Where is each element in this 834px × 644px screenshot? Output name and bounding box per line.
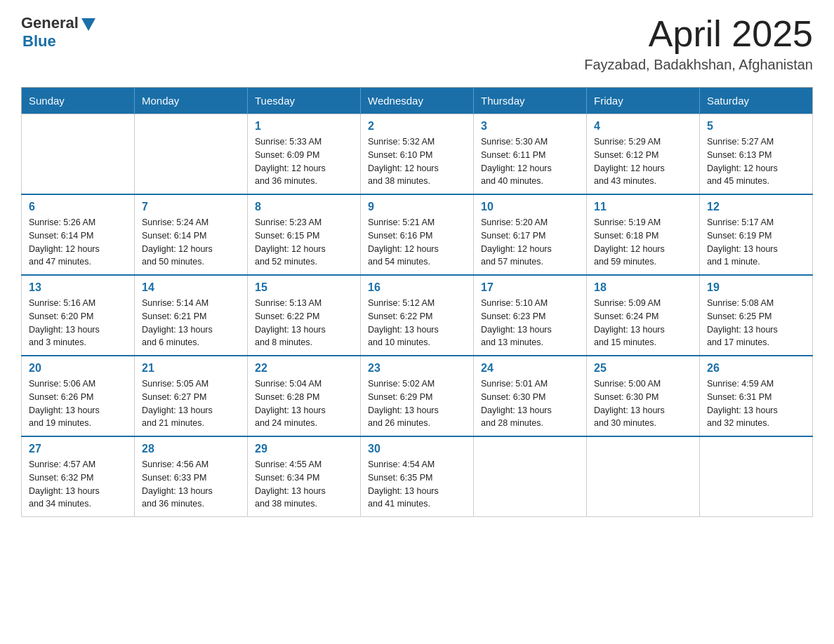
day-info: Sunrise: 4:55 AMSunset: 6:34 PMDaylight:… [255,458,353,511]
calendar-week-row: 6Sunrise: 5:26 AMSunset: 6:14 PMDaylight… [22,194,813,275]
day-info: Sunrise: 5:12 AMSunset: 6:22 PMDaylight:… [368,297,466,349]
logo-general-text: General [21,14,79,32]
calendar-cell: 27Sunrise: 4:57 AMSunset: 6:32 PMDayligh… [22,436,135,517]
calendar-cell: 22Sunrise: 5:04 AMSunset: 6:28 PMDayligh… [248,356,361,436]
calendar-cell: 17Sunrise: 5:10 AMSunset: 6:23 PMDayligh… [474,275,587,356]
logo-blue-text: Blue [22,32,56,51]
day-number: 12 [707,201,805,213]
calendar-cell [22,114,135,195]
day-number: 18 [594,281,692,294]
day-number: 5 [707,120,805,133]
calendar-header-friday: Friday [587,88,700,114]
calendar-cell: 29Sunrise: 4:55 AMSunset: 6:34 PMDayligh… [248,436,361,517]
calendar-header-wednesday: Wednesday [361,88,474,114]
day-number: 27 [29,443,127,455]
calendar-header-row: SundayMondayTuesdayWednesdayThursdayFrid… [22,88,813,114]
day-info: Sunrise: 5:08 AMSunset: 6:25 PMDaylight:… [707,297,805,349]
location-title: Fayzabad, Badakhshan, Afghanistan [584,57,813,73]
calendar-week-row: 13Sunrise: 5:16 AMSunset: 6:20 PMDayligh… [22,275,813,356]
day-number: 13 [29,281,127,294]
calendar-cell: 2Sunrise: 5:32 AMSunset: 6:10 PMDaylight… [361,114,474,195]
day-number: 8 [255,201,353,213]
calendar-cell: 10Sunrise: 5:20 AMSunset: 6:17 PMDayligh… [474,194,587,275]
day-info: Sunrise: 5:26 AMSunset: 6:14 PMDaylight:… [29,216,127,269]
day-info: Sunrise: 4:59 AMSunset: 6:31 PMDaylight:… [707,377,805,430]
day-info: Sunrise: 5:30 AMSunset: 6:11 PMDaylight:… [481,135,579,188]
day-info: Sunrise: 5:27 AMSunset: 6:13 PMDaylight:… [707,135,805,188]
calendar-cell: 16Sunrise: 5:12 AMSunset: 6:22 PMDayligh… [361,275,474,356]
calendar-cell [135,114,248,195]
day-info: Sunrise: 4:54 AMSunset: 6:35 PMDaylight:… [368,458,466,511]
day-info: Sunrise: 5:20 AMSunset: 6:17 PMDaylight:… [481,216,579,269]
day-info: Sunrise: 5:10 AMSunset: 6:23 PMDaylight:… [481,297,579,349]
day-info: Sunrise: 5:29 AMSunset: 6:12 PMDaylight:… [594,135,692,188]
day-number: 23 [368,362,466,375]
calendar-cell: 7Sunrise: 5:24 AMSunset: 6:14 PMDaylight… [135,194,248,275]
calendar-cell: 15Sunrise: 5:13 AMSunset: 6:22 PMDayligh… [248,275,361,356]
day-number: 24 [481,362,579,375]
day-number: 26 [707,362,805,375]
calendar-cell: 4Sunrise: 5:29 AMSunset: 6:12 PMDaylight… [587,114,700,195]
day-number: 6 [29,201,127,213]
day-info: Sunrise: 5:17 AMSunset: 6:19 PMDaylight:… [707,216,805,269]
calendar-cell [700,436,813,517]
day-info: Sunrise: 5:24 AMSunset: 6:14 PMDaylight:… [142,216,240,269]
calendar-cell: 14Sunrise: 5:14 AMSunset: 6:21 PMDayligh… [135,275,248,356]
day-number: 9 [368,201,466,213]
day-number: 25 [594,362,692,375]
day-info: Sunrise: 5:04 AMSunset: 6:28 PMDaylight:… [255,377,353,430]
day-number: 11 [594,201,692,213]
day-number: 10 [481,201,579,213]
day-info: Sunrise: 5:32 AMSunset: 6:10 PMDaylight:… [368,135,466,188]
day-info: Sunrise: 5:23 AMSunset: 6:15 PMDaylight:… [255,216,353,269]
calendar-header-saturday: Saturday [700,88,813,114]
day-info: Sunrise: 5:21 AMSunset: 6:16 PMDaylight:… [368,216,466,269]
calendar-cell: 28Sunrise: 4:56 AMSunset: 6:33 PMDayligh… [135,436,248,517]
calendar-cell: 19Sunrise: 5:08 AMSunset: 6:25 PMDayligh… [700,275,813,356]
day-info: Sunrise: 5:19 AMSunset: 6:18 PMDaylight:… [594,216,692,269]
day-number: 20 [29,362,127,375]
calendar-week-row: 20Sunrise: 5:06 AMSunset: 6:26 PMDayligh… [22,356,813,436]
day-info: Sunrise: 5:01 AMSunset: 6:30 PMDaylight:… [481,377,579,430]
day-info: Sunrise: 5:02 AMSunset: 6:29 PMDaylight:… [368,377,466,430]
calendar-cell: 24Sunrise: 5:01 AMSunset: 6:30 PMDayligh… [474,356,587,436]
calendar-cell [474,436,587,517]
calendar-week-row: 1Sunrise: 5:33 AMSunset: 6:09 PMDaylight… [22,114,813,195]
day-number: 21 [142,362,240,375]
day-number: 3 [481,120,579,133]
calendar-cell: 25Sunrise: 5:00 AMSunset: 6:30 PMDayligh… [587,356,700,436]
calendar-cell: 1Sunrise: 5:33 AMSunset: 6:09 PMDaylight… [248,114,361,195]
calendar-cell: 11Sunrise: 5:19 AMSunset: 6:18 PMDayligh… [587,194,700,275]
calendar-cell: 8Sunrise: 5:23 AMSunset: 6:15 PMDaylight… [248,194,361,275]
day-number: 4 [594,120,692,133]
day-number: 16 [368,281,466,294]
calendar-table: SundayMondayTuesdayWednesdayThursdayFrid… [21,87,813,517]
day-number: 1 [255,120,353,133]
logo: General Blue [21,14,95,51]
day-info: Sunrise: 5:14 AMSunset: 6:21 PMDaylight:… [142,297,240,349]
calendar-cell: 26Sunrise: 4:59 AMSunset: 6:31 PMDayligh… [700,356,813,436]
calendar-header-sunday: Sunday [22,88,135,114]
calendar-cell: 13Sunrise: 5:16 AMSunset: 6:20 PMDayligh… [22,275,135,356]
day-info: Sunrise: 5:00 AMSunset: 6:30 PMDaylight:… [594,377,692,430]
month-title: April 2025 [584,14,813,54]
calendar-cell: 20Sunrise: 5:06 AMSunset: 6:26 PMDayligh… [22,356,135,436]
day-number: 2 [368,120,466,133]
day-number: 15 [255,281,353,294]
day-number: 7 [142,201,240,213]
calendar-cell: 3Sunrise: 5:30 AMSunset: 6:11 PMDaylight… [474,114,587,195]
calendar-header-monday: Monday [135,88,248,114]
day-number: 29 [255,443,353,455]
day-number: 28 [142,443,240,455]
calendar-cell: 18Sunrise: 5:09 AMSunset: 6:24 PMDayligh… [587,275,700,356]
calendar-header-thursday: Thursday [474,88,587,114]
day-number: 22 [255,362,353,375]
logo-triangle-icon [81,18,95,31]
calendar-week-row: 27Sunrise: 4:57 AMSunset: 6:32 PMDayligh… [22,436,813,517]
calendar-cell: 23Sunrise: 5:02 AMSunset: 6:29 PMDayligh… [361,356,474,436]
day-number: 30 [368,443,466,455]
day-info: Sunrise: 5:05 AMSunset: 6:27 PMDaylight:… [142,377,240,430]
day-number: 14 [142,281,240,294]
day-info: Sunrise: 5:33 AMSunset: 6:09 PMDaylight:… [255,135,353,188]
day-info: Sunrise: 4:56 AMSunset: 6:33 PMDaylight:… [142,458,240,511]
